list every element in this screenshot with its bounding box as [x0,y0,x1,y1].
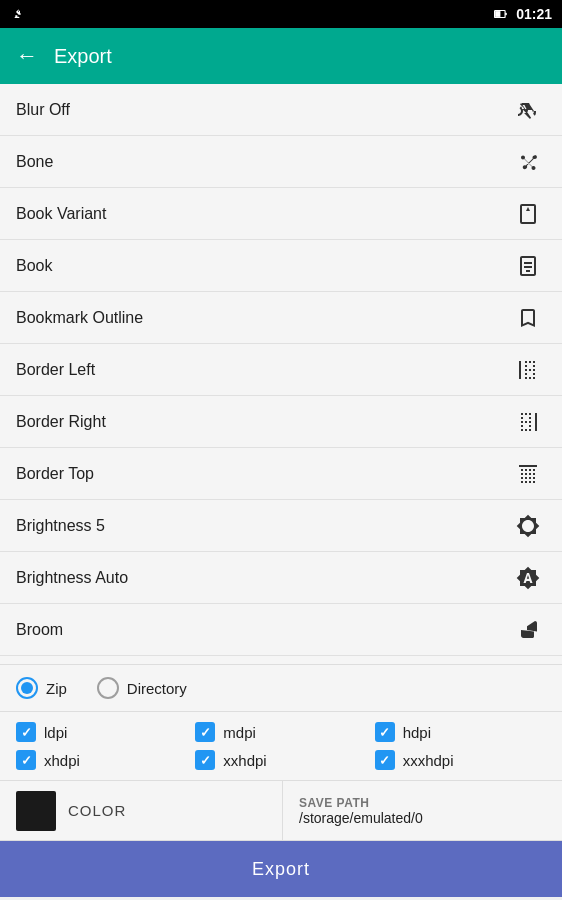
dpi-grid: ldpimdpihdpixhdpixxhdpixxxhdpi [0,712,562,781]
export-type-row: Zip Directory [0,665,562,712]
zip-radio[interactable] [16,677,38,699]
list-item-brush[interactable]: Brush [0,656,562,664]
broom-icon [510,618,546,642]
zip-option[interactable]: Zip [16,677,67,699]
list-item-book-variant[interactable]: Book Variant [0,188,562,240]
dpi-item-ldpi[interactable]: ldpi [16,722,187,742]
save-path-section[interactable]: SAVE PATH /storage/emulated/0 [283,796,562,826]
dpi-checkbox-hdpi[interactable] [375,722,395,742]
dpi-label-xxxhdpi: xxxhdpi [403,752,454,769]
export-button-label: Export [252,859,310,880]
battery-icon [492,7,510,21]
dpi-checkbox-mdpi[interactable] [195,722,215,742]
toolbar-title: Export [54,45,112,68]
list-item-label-border-top: Border Top [16,465,94,483]
list-item-brightness-auto[interactable]: Brightness Auto [0,552,562,604]
brightness-5-icon [510,514,546,538]
bottom-panel: Zip Directory ldpimdpihdpixhdpixxhdpixxx… [0,664,562,897]
status-bar-right: 01:21 [492,6,552,22]
svg-rect-1 [495,11,500,17]
dpi-label-hdpi: hdpi [403,724,431,741]
dpi-item-mdpi[interactable]: mdpi [195,722,366,742]
brightness-auto-icon [510,566,546,590]
icon-list: Blur OffBoneBook VariantBookBookmark Out… [0,84,562,664]
directory-label: Directory [127,680,187,697]
list-item-book[interactable]: Book [0,240,562,292]
list-item-label-bookmark-outline: Bookmark Outline [16,309,143,327]
list-item-border-left[interactable]: Border Left [0,344,562,396]
color-swatch[interactable] [16,791,56,831]
list-item-border-right[interactable]: Border Right [0,396,562,448]
time-display: 01:21 [516,6,552,22]
export-button[interactable]: Export [0,841,562,897]
list-item-label-broom: Broom [16,621,63,639]
list-item-label-book: Book [16,257,52,275]
border-top-icon [510,462,546,486]
list-item-bone[interactable]: Bone [0,136,562,188]
color-path-row: COLOR SAVE PATH /storage/emulated/0 [0,781,562,841]
directory-radio[interactable] [97,677,119,699]
list-item-label-bone: Bone [16,153,53,171]
dpi-label-ldpi: ldpi [44,724,67,741]
list-item-border-top[interactable]: Border Top [0,448,562,500]
svg-rect-2 [505,13,507,15]
dpi-label-xxhdpi: xxhdpi [223,752,266,769]
save-path-value: /storage/emulated/0 [299,810,546,826]
list-item-label-border-left: Border Left [16,361,95,379]
list-item-blur-off[interactable]: Blur Off [0,84,562,136]
dpi-item-xxxhdpi[interactable]: xxxhdpi [375,750,546,770]
dpi-checkbox-ldpi[interactable] [16,722,36,742]
blur-off-icon [510,98,546,122]
color-section[interactable]: COLOR [0,781,283,840]
bookmark-outline-icon [510,306,546,330]
book-icon [510,254,546,278]
toolbar: ← Export [0,28,562,84]
list-item-label-book-variant: Book Variant [16,205,106,223]
zip-label: Zip [46,680,67,697]
usb-icon [10,6,26,22]
list-item-brightness-5[interactable]: Brightness 5 [0,500,562,552]
book-variant-icon [510,202,546,226]
list-item-bookmark-outline[interactable]: Bookmark Outline [0,292,562,344]
list-item-label-border-right: Border Right [16,413,106,431]
border-right-icon [510,410,546,434]
list-item-label-blur-off: Blur Off [16,101,70,119]
dpi-item-xxhdpi[interactable]: xxhdpi [195,750,366,770]
directory-option[interactable]: Directory [97,677,187,699]
color-label: COLOR [68,802,126,819]
list-item-label-brightness-auto: Brightness Auto [16,569,128,587]
back-button[interactable]: ← [16,43,38,69]
dpi-checkbox-xhdpi[interactable] [16,750,36,770]
dpi-label-mdpi: mdpi [223,724,256,741]
dpi-checkbox-xxxhdpi[interactable] [375,750,395,770]
save-path-title: SAVE PATH [299,796,546,810]
bone-icon [510,150,546,174]
dpi-item-xhdpi[interactable]: xhdpi [16,750,187,770]
list-item-label-brightness-5: Brightness 5 [16,517,105,535]
status-bar: 01:21 [0,0,562,28]
dpi-checkbox-xxhdpi[interactable] [195,750,215,770]
status-bar-left [10,6,26,22]
border-left-icon [510,358,546,382]
list-item-broom[interactable]: Broom [0,604,562,656]
dpi-item-hdpi[interactable]: hdpi [375,722,546,742]
dpi-label-xhdpi: xhdpi [44,752,80,769]
